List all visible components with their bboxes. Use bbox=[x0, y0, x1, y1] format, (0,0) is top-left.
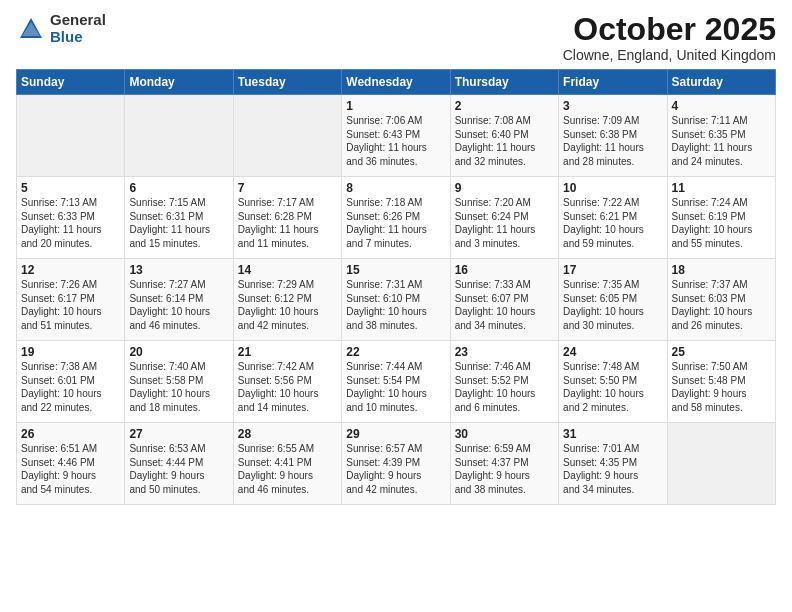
page: General Blue October 2025 Clowne, Englan… bbox=[0, 0, 792, 612]
day-info: Sunrise: 7:40 AM Sunset: 5:58 PM Dayligh… bbox=[129, 360, 228, 414]
calendar-week-3: 12Sunrise: 7:26 AM Sunset: 6:17 PM Dayli… bbox=[17, 259, 776, 341]
calendar-cell: 3Sunrise: 7:09 AM Sunset: 6:38 PM Daylig… bbox=[559, 95, 667, 177]
day-number: 8 bbox=[346, 181, 445, 195]
days-header-row: Sunday Monday Tuesday Wednesday Thursday… bbox=[17, 70, 776, 95]
day-number: 28 bbox=[238, 427, 337, 441]
calendar-cell: 5Sunrise: 7:13 AM Sunset: 6:33 PM Daylig… bbox=[17, 177, 125, 259]
day-number: 3 bbox=[563, 99, 662, 113]
day-info: Sunrise: 7:42 AM Sunset: 5:56 PM Dayligh… bbox=[238, 360, 337, 414]
day-number: 7 bbox=[238, 181, 337, 195]
day-number: 4 bbox=[672, 99, 771, 113]
calendar-cell: 10Sunrise: 7:22 AM Sunset: 6:21 PM Dayli… bbox=[559, 177, 667, 259]
day-info: Sunrise: 7:13 AM Sunset: 6:33 PM Dayligh… bbox=[21, 196, 120, 250]
calendar-cell: 22Sunrise: 7:44 AM Sunset: 5:54 PM Dayli… bbox=[342, 341, 450, 423]
calendar-cell: 9Sunrise: 7:20 AM Sunset: 6:24 PM Daylig… bbox=[450, 177, 558, 259]
calendar-cell: 12Sunrise: 7:26 AM Sunset: 6:17 PM Dayli… bbox=[17, 259, 125, 341]
day-info: Sunrise: 7:06 AM Sunset: 6:43 PM Dayligh… bbox=[346, 114, 445, 168]
day-number: 17 bbox=[563, 263, 662, 277]
day-info: Sunrise: 7:33 AM Sunset: 6:07 PM Dayligh… bbox=[455, 278, 554, 332]
title-block: October 2025 Clowne, England, United Kin… bbox=[563, 12, 776, 63]
day-info: Sunrise: 7:50 AM Sunset: 5:48 PM Dayligh… bbox=[672, 360, 771, 414]
month-title: October 2025 bbox=[563, 12, 776, 47]
day-info: Sunrise: 7:17 AM Sunset: 6:28 PM Dayligh… bbox=[238, 196, 337, 250]
col-friday: Friday bbox=[559, 70, 667, 95]
day-number: 5 bbox=[21, 181, 120, 195]
calendar-cell: 30Sunrise: 6:59 AM Sunset: 4:37 PM Dayli… bbox=[450, 423, 558, 505]
day-number: 15 bbox=[346, 263, 445, 277]
day-number: 10 bbox=[563, 181, 662, 195]
calendar-cell bbox=[17, 95, 125, 177]
day-info: Sunrise: 7:08 AM Sunset: 6:40 PM Dayligh… bbox=[455, 114, 554, 168]
col-tuesday: Tuesday bbox=[233, 70, 341, 95]
day-number: 11 bbox=[672, 181, 771, 195]
calendar-cell: 26Sunrise: 6:51 AM Sunset: 4:46 PM Dayli… bbox=[17, 423, 125, 505]
logo-blue-label: Blue bbox=[50, 29, 106, 46]
day-info: Sunrise: 7:37 AM Sunset: 6:03 PM Dayligh… bbox=[672, 278, 771, 332]
day-info: Sunrise: 7:27 AM Sunset: 6:14 PM Dayligh… bbox=[129, 278, 228, 332]
day-number: 22 bbox=[346, 345, 445, 359]
day-number: 21 bbox=[238, 345, 337, 359]
calendar-cell: 16Sunrise: 7:33 AM Sunset: 6:07 PM Dayli… bbox=[450, 259, 558, 341]
calendar-week-1: 1Sunrise: 7:06 AM Sunset: 6:43 PM Daylig… bbox=[17, 95, 776, 177]
day-number: 18 bbox=[672, 263, 771, 277]
day-info: Sunrise: 7:35 AM Sunset: 6:05 PM Dayligh… bbox=[563, 278, 662, 332]
day-number: 16 bbox=[455, 263, 554, 277]
header: General Blue October 2025 Clowne, Englan… bbox=[16, 12, 776, 63]
day-number: 23 bbox=[455, 345, 554, 359]
day-info: Sunrise: 7:20 AM Sunset: 6:24 PM Dayligh… bbox=[455, 196, 554, 250]
day-number: 6 bbox=[129, 181, 228, 195]
calendar-cell: 31Sunrise: 7:01 AM Sunset: 4:35 PM Dayli… bbox=[559, 423, 667, 505]
calendar-cell: 18Sunrise: 7:37 AM Sunset: 6:03 PM Dayli… bbox=[667, 259, 775, 341]
day-number: 24 bbox=[563, 345, 662, 359]
day-number: 27 bbox=[129, 427, 228, 441]
location: Clowne, England, United Kingdom bbox=[563, 47, 776, 63]
day-info: Sunrise: 7:29 AM Sunset: 6:12 PM Dayligh… bbox=[238, 278, 337, 332]
day-number: 14 bbox=[238, 263, 337, 277]
calendar-cell: 7Sunrise: 7:17 AM Sunset: 6:28 PM Daylig… bbox=[233, 177, 341, 259]
calendar-cell bbox=[667, 423, 775, 505]
day-info: Sunrise: 7:01 AM Sunset: 4:35 PM Dayligh… bbox=[563, 442, 662, 496]
day-info: Sunrise: 7:46 AM Sunset: 5:52 PM Dayligh… bbox=[455, 360, 554, 414]
day-info: Sunrise: 7:09 AM Sunset: 6:38 PM Dayligh… bbox=[563, 114, 662, 168]
calendar-header: Sunday Monday Tuesday Wednesday Thursday… bbox=[17, 70, 776, 95]
day-number: 9 bbox=[455, 181, 554, 195]
day-info: Sunrise: 6:59 AM Sunset: 4:37 PM Dayligh… bbox=[455, 442, 554, 496]
calendar-cell: 14Sunrise: 7:29 AM Sunset: 6:12 PM Dayli… bbox=[233, 259, 341, 341]
calendar-cell: 20Sunrise: 7:40 AM Sunset: 5:58 PM Dayli… bbox=[125, 341, 233, 423]
calendar-table: Sunday Monday Tuesday Wednesday Thursday… bbox=[16, 69, 776, 505]
day-info: Sunrise: 7:48 AM Sunset: 5:50 PM Dayligh… bbox=[563, 360, 662, 414]
calendar-cell: 4Sunrise: 7:11 AM Sunset: 6:35 PM Daylig… bbox=[667, 95, 775, 177]
logo-icon bbox=[16, 14, 46, 44]
calendar-week-5: 26Sunrise: 6:51 AM Sunset: 4:46 PM Dayli… bbox=[17, 423, 776, 505]
calendar-cell bbox=[125, 95, 233, 177]
calendar-cell: 11Sunrise: 7:24 AM Sunset: 6:19 PM Dayli… bbox=[667, 177, 775, 259]
logo-text: General Blue bbox=[50, 12, 106, 45]
calendar-cell: 25Sunrise: 7:50 AM Sunset: 5:48 PM Dayli… bbox=[667, 341, 775, 423]
calendar-cell bbox=[233, 95, 341, 177]
calendar-cell: 29Sunrise: 6:57 AM Sunset: 4:39 PM Dayli… bbox=[342, 423, 450, 505]
calendar-cell: 8Sunrise: 7:18 AM Sunset: 6:26 PM Daylig… bbox=[342, 177, 450, 259]
day-number: 25 bbox=[672, 345, 771, 359]
day-info: Sunrise: 7:44 AM Sunset: 5:54 PM Dayligh… bbox=[346, 360, 445, 414]
svg-marker-1 bbox=[22, 22, 40, 36]
calendar-cell: 1Sunrise: 7:06 AM Sunset: 6:43 PM Daylig… bbox=[342, 95, 450, 177]
day-number: 1 bbox=[346, 99, 445, 113]
calendar-cell: 15Sunrise: 7:31 AM Sunset: 6:10 PM Dayli… bbox=[342, 259, 450, 341]
col-thursday: Thursday bbox=[450, 70, 558, 95]
calendar-cell: 17Sunrise: 7:35 AM Sunset: 6:05 PM Dayli… bbox=[559, 259, 667, 341]
calendar-cell: 2Sunrise: 7:08 AM Sunset: 6:40 PM Daylig… bbox=[450, 95, 558, 177]
day-info: Sunrise: 7:38 AM Sunset: 6:01 PM Dayligh… bbox=[21, 360, 120, 414]
day-number: 26 bbox=[21, 427, 120, 441]
calendar-cell: 24Sunrise: 7:48 AM Sunset: 5:50 PM Dayli… bbox=[559, 341, 667, 423]
calendar-cell: 21Sunrise: 7:42 AM Sunset: 5:56 PM Dayli… bbox=[233, 341, 341, 423]
day-info: Sunrise: 7:31 AM Sunset: 6:10 PM Dayligh… bbox=[346, 278, 445, 332]
calendar-cell: 28Sunrise: 6:55 AM Sunset: 4:41 PM Dayli… bbox=[233, 423, 341, 505]
day-info: Sunrise: 7:18 AM Sunset: 6:26 PM Dayligh… bbox=[346, 196, 445, 250]
day-info: Sunrise: 6:53 AM Sunset: 4:44 PM Dayligh… bbox=[129, 442, 228, 496]
calendar-cell: 27Sunrise: 6:53 AM Sunset: 4:44 PM Dayli… bbox=[125, 423, 233, 505]
day-info: Sunrise: 7:24 AM Sunset: 6:19 PM Dayligh… bbox=[672, 196, 771, 250]
logo-general-label: General bbox=[50, 12, 106, 29]
day-info: Sunrise: 7:15 AM Sunset: 6:31 PM Dayligh… bbox=[129, 196, 228, 250]
day-number: 29 bbox=[346, 427, 445, 441]
logo: General Blue bbox=[16, 12, 106, 45]
